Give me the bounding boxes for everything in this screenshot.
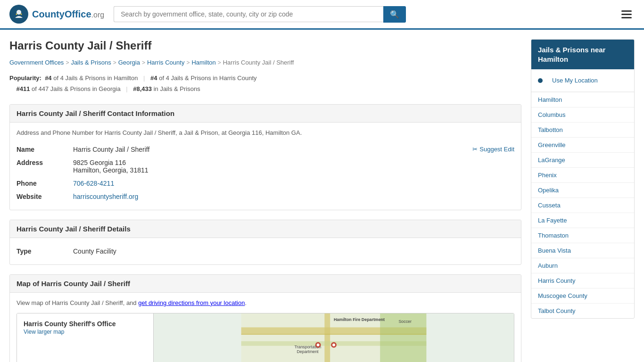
popularity-of-hamilton: of <box>53 74 60 82</box>
popularity-section: Popularity: #4 of 4 Jails & Prisons in H… <box>9 73 521 95</box>
type-row: Type County Facility <box>17 245 514 258</box>
sidebar-link-thomaston[interactable]: Thomaston <box>531 228 634 243</box>
rank-hamilton: #4 <box>45 74 51 82</box>
sidebar-link-hamilton[interactable]: Hamilton <box>531 92 634 107</box>
breadcrumb-item-2[interactable]: Georgia <box>118 59 140 66</box>
contact-section: Harris County Jail / Sheriff Contact Inf… <box>9 104 521 210</box>
page-title: Harris County Jail / Sheriff <box>9 39 521 52</box>
contact-info-table: Name Harris County Jail / Sheriff ✂ Sugg… <box>17 143 514 203</box>
logo-org: .org <box>91 11 105 19</box>
sidebar-location: Use My Location <box>531 69 634 92</box>
sidebar-link-item-11: Auburn <box>531 258 634 273</box>
phone-link[interactable]: 706-628-4211 <box>73 180 114 187</box>
breadcrumb-item-3[interactable]: Harris County <box>147 59 184 66</box>
main-container: Harris County Jail / Sheriff Government … <box>0 30 644 362</box>
address-label: Address <box>17 159 73 166</box>
sidebar-link-lagrange[interactable]: LaGrange <box>531 153 634 167</box>
suggest-edit-link[interactable]: ✂ Suggest Edit <box>472 146 514 153</box>
breadcrumb-sep-2: > <box>142 59 145 66</box>
search-icon: 🔍 <box>390 10 399 18</box>
sidebar-box: Jails & Prisons near Hamilton Use My Loc… <box>531 39 635 319</box>
sidebar-link-auburn[interactable]: Auburn <box>531 258 634 273</box>
menu-bar-1 <box>621 10 632 12</box>
sidebar-link-talbotton[interactable]: Talbotton <box>531 123 634 137</box>
search-input[interactable] <box>114 6 383 22</box>
svg-point-1 <box>17 10 21 15</box>
website-link[interactable]: harriscountysheriff.org <box>73 193 138 200</box>
pipe-2: | <box>126 85 127 92</box>
svg-text:Department: Department <box>297 349 319 354</box>
pipe-1: | <box>143 74 145 82</box>
address-row: Address 9825 Georgia 116 Hamilton, Georg… <box>17 156 514 177</box>
sidebar-link-item-10: Buena Vista <box>531 243 634 258</box>
breadcrumb-current: Harris County Jail / Sheriff <box>223 59 294 66</box>
map-container: Harris County Sheriff's Office View larg… <box>17 313 514 362</box>
type-label: Type <box>17 247 73 255</box>
address-line2: Hamilton, Georgia, 31811 <box>73 166 514 174</box>
sidebar-link-greenville[interactable]: Greenville <box>531 138 634 152</box>
breadcrumb-sep-4: > <box>218 59 221 66</box>
rank-harris: #4 <box>150 74 157 82</box>
breadcrumb-item-0[interactable]: Government Offices <box>9 59 64 66</box>
map-info-box: Harris County Sheriff's Office View larg… <box>17 313 154 362</box>
sidebar-link-item-12: Harris County <box>531 273 634 288</box>
search-area: 🔍 <box>114 6 406 23</box>
sidebar-link-item-4: LaGrange <box>531 153 634 168</box>
breadcrumb-sep-1: > <box>113 59 116 66</box>
sidebar-link-cusseta[interactable]: Cusseta <box>531 198 634 213</box>
total-harris: 4 Jails & Prisons in Harris County <box>166 74 257 82</box>
svg-point-14 <box>317 344 320 346</box>
address-value: 9825 Georgia 116 Hamilton, Georgia, 3181… <box>73 159 514 174</box>
sidebar-link-opelika[interactable]: Opelika <box>531 183 634 197</box>
sidebar-link-talbot[interactable]: Talbot County <box>531 304 634 318</box>
national-label-text: in Jails & Prisons <box>154 85 200 92</box>
phone-label: Phone <box>17 180 73 187</box>
type-value: County Facility <box>73 247 514 255</box>
website-label: Website <box>17 193 73 200</box>
svg-point-16 <box>332 344 335 346</box>
sidebar-link-item-8: La Fayette <box>531 213 634 228</box>
content-area: Harris County Jail / Sheriff Government … <box>9 39 521 362</box>
sidebar-link-buenavista[interactable]: Buena Vista <box>531 243 634 258</box>
svg-point-3 <box>21 14 22 15</box>
sidebar-link-item-14: Talbot County <box>531 304 634 318</box>
details-section-body: Type County Facility <box>10 238 521 264</box>
breadcrumb-item-4[interactable]: Hamilton <box>191 59 215 66</box>
directions-link[interactable]: get driving directions from your locatio… <box>138 299 245 306</box>
contact-section-header: Harris County Jail / Sheriff Contact Inf… <box>10 105 521 123</box>
logo-svg <box>12 8 25 21</box>
sidebar-link-item-1: Columbus <box>531 107 634 123</box>
view-larger-map-link[interactable]: View larger map <box>24 329 64 335</box>
name-label: Name <box>17 146 73 153</box>
map-section-header: Map of Harris County Jail / Sheriff <box>10 275 521 293</box>
map-section-body: View map of Harris County Jail / Sheriff… <box>10 293 521 362</box>
details-section: Harris County Jail / Sheriff Details Typ… <box>9 220 521 265</box>
sidebar-link-item-9: Thomaston <box>531 228 634 243</box>
contact-section-body: Address and Phone Number for Harris Coun… <box>10 123 521 210</box>
address-line1: 9825 Georgia 116 <box>73 159 514 166</box>
map-visual[interactable]: Hamilton Fire Department Transportation … <box>154 313 514 362</box>
sidebar-location-item: Use My Location <box>531 69 634 92</box>
sidebar-link-phenix[interactable]: Phenix <box>531 168 634 182</box>
svg-text:Soccer: Soccer <box>398 319 412 323</box>
sidebar-link-columbus[interactable]: Columbus <box>531 107 634 122</box>
sidebar-link-muscogee[interactable]: Muscogee County <box>531 288 634 303</box>
edit-icon: ✂ <box>472 146 478 153</box>
sidebar-link-item-13: Muscogee County <box>531 288 634 304</box>
search-button[interactable]: 🔍 <box>383 6 406 23</box>
sidebar-link-lafayette[interactable]: La Fayette <box>531 213 634 228</box>
svg-rect-6 <box>324 313 330 362</box>
breadcrumb-item-1[interactable]: Jails & Prisons <box>71 59 111 66</box>
menu-button[interactable] <box>619 8 635 21</box>
suggest-edit-label: Suggest Edit <box>479 146 514 153</box>
sidebar-link-harris-county[interactable]: Harris County <box>531 273 634 288</box>
sidebar-link-item-6: Opelika <box>531 183 634 198</box>
of-label-1: of <box>159 74 165 82</box>
use-my-location-link[interactable]: Use My Location <box>545 73 604 88</box>
name-row: Name Harris County Jail / Sheriff ✂ Sugg… <box>17 143 514 156</box>
map-section: Map of Harris County Jail / Sheriff View… <box>9 274 521 362</box>
map-business-name: Harris County Sheriff's Office <box>24 320 147 328</box>
phone-value: 706-628-4211 <box>73 180 514 187</box>
website-row: Website harriscountysheriff.org <box>17 190 514 203</box>
menu-bar-3 <box>621 17 632 18</box>
